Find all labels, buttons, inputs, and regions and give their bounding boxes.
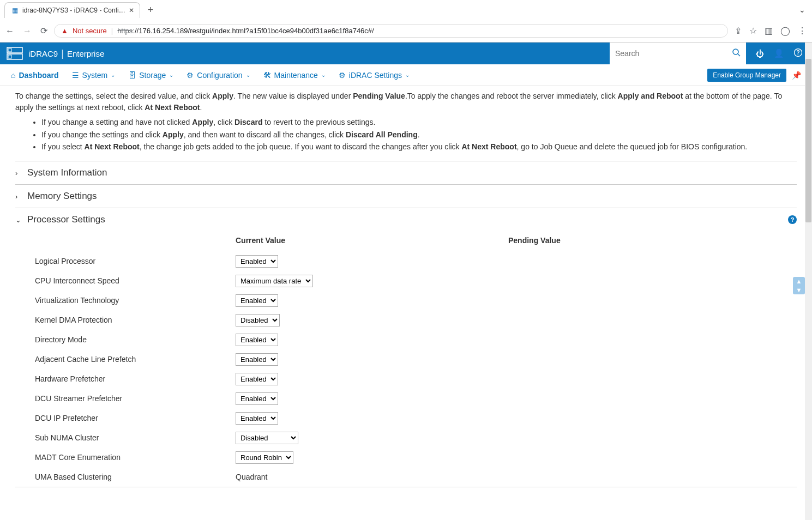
section-title: System Information — [27, 167, 107, 178]
nav-menu: ⌂ Dashboard ☰ System ⌄ 🗄 Storage ⌄ ⚙ Con… — [0, 64, 812, 86]
section-system-information: › System Information — [15, 161, 797, 184]
settings-row: DCU Streamer PrefetcherEnabled — [28, 389, 797, 408]
setting-select[interactable]: Enabled — [236, 294, 278, 307]
pin-icon[interactable]: 📌 — [792, 71, 801, 80]
sliders-icon: ⚙ — [187, 71, 194, 80]
panel-icon[interactable]: ▥ — [765, 26, 773, 36]
instruction-item: If you select At Next Reboot, the change… — [41, 141, 797, 153]
brand-left: iDRAC9 — [28, 49, 58, 58]
power-icon[interactable]: ⏻ — [756, 49, 764, 58]
svg-text:?: ? — [796, 50, 799, 56]
profile-icon[interactable]: ◯ — [780, 26, 790, 36]
setting-select[interactable]: Round Robin — [236, 451, 293, 464]
section-header-processor[interactable]: ⌄ Processor Settings ? — [15, 214, 797, 225]
instruction-item: If you change a setting and have not cli… — [41, 117, 797, 129]
setting-select[interactable]: Enabled — [236, 412, 278, 425]
nav-dashboard-label: Dashboard — [19, 71, 58, 80]
nav-configuration[interactable]: ⚙ Configuration ⌄ — [187, 71, 250, 80]
setting-select[interactable]: Disabled — [236, 432, 298, 444]
section-header-sysinfo[interactable]: › System Information — [15, 167, 797, 178]
nav-storage[interactable]: 🗄 Storage ⌄ — [128, 71, 173, 80]
setting-label: Hardware Prefetcher — [28, 374, 236, 383]
server-icon: ☰ — [72, 71, 79, 80]
nav-idrac-settings-label: iDRAC Settings — [349, 71, 402, 80]
instructions: To change the settings, select the desir… — [15, 90, 797, 153]
new-tab-button[interactable]: + — [143, 4, 158, 16]
setting-select[interactable]: Enabled — [236, 373, 278, 385]
url-text: https://176.16.254.189/restgui/index.htm… — [117, 27, 374, 35]
column-pending-value: Pending Value — [508, 236, 561, 245]
tab-overflow-button[interactable]: ⌄ — [799, 5, 805, 14]
help-icon[interactable]: ? — [794, 49, 802, 58]
chevron-down-icon: ⌄ — [169, 72, 173, 78]
section-help-icon[interactable]: ? — [788, 215, 797, 224]
scroll-up-icon[interactable]: ▲ — [793, 277, 805, 286]
section-title: Memory Settings — [27, 191, 97, 202]
home-icon: ⌂ — [11, 71, 15, 80]
settings-row: Adjacent Cache Line PrefetchEnabled — [28, 349, 797, 369]
nav-maintenance[interactable]: 🛠 Maintenance ⌄ — [263, 71, 326, 80]
chevron-right-icon: › — [15, 169, 23, 177]
header-search[interactable] — [610, 43, 746, 64]
gear-icon: ⚙ — [339, 71, 346, 80]
setting-select[interactable]: Enabled — [236, 392, 278, 405]
section-memory-settings: › Memory Settings — [15, 184, 797, 208]
user-icon[interactable]: 👤 — [774, 49, 784, 58]
search-input[interactable] — [615, 49, 732, 58]
brand-right: Enterprise — [67, 49, 104, 58]
settings-row: UMA Based ClusteringQuadrant — [28, 467, 797, 487]
scrollbar-track[interactable] — [805, 43, 812, 520]
nav-back-button[interactable]: ← — [5, 26, 14, 36]
setting-select[interactable]: Maximum data rate — [236, 275, 313, 287]
section-header-memory[interactable]: › Memory Settings — [15, 191, 797, 202]
search-icon[interactable] — [732, 49, 741, 58]
scroll-down-icon[interactable]: ▼ — [793, 286, 805, 294]
chevron-down-icon: ⌄ — [15, 216, 23, 224]
setting-label: UMA Based Clustering — [28, 473, 236, 481]
settings-row: Hardware PrefetcherEnabled — [28, 369, 797, 389]
wrench-icon: 🛠 — [263, 71, 271, 80]
setting-label: CPU Interconnect Speed — [28, 276, 236, 285]
setting-select[interactable]: Disabled — [236, 314, 280, 326]
setting-select[interactable]: Enabled — [236, 334, 278, 346]
address-bar-row: ← → ⟳ ▲ Not secure | https://176.16.254.… — [0, 20, 812, 42]
nav-reload-button[interactable]: ⟳ — [40, 26, 47, 36]
kebab-menu-icon[interactable]: ⋮ — [798, 26, 807, 36]
settings-row: Kernel DMA ProtectionDisabled — [28, 310, 797, 330]
settings-row: Logical ProcessorEnabled — [28, 251, 797, 271]
nav-storage-label: Storage — [139, 71, 166, 80]
tab-close-button[interactable]: ✕ — [129, 7, 134, 14]
settings-row: Sub NUMA ClusterDisabled — [28, 428, 797, 448]
bookmark-icon[interactable]: ☆ — [749, 26, 757, 36]
enable-group-manager-button[interactable]: Enable Group Manager — [707, 69, 786, 82]
scrollbar-thumb[interactable] — [805, 59, 811, 222]
nav-dashboard[interactable]: ⌂ Dashboard — [11, 71, 59, 80]
nav-configuration-label: Configuration — [197, 71, 242, 80]
browser-chrome: — ▢ ✕ ▦ idrac-8NQ7YS3 - iDRAC9 - Confi… … — [0, 0, 812, 43]
scroll-nav-widget[interactable]: ▲ ▼ — [793, 277, 805, 294]
nav-idrac-settings[interactable]: ⚙ iDRAC Settings ⌄ — [339, 71, 410, 80]
browser-tab[interactable]: ▦ idrac-8NQ7YS3 - iDRAC9 - Confi… ✕ — [4, 2, 140, 18]
setting-select[interactable]: Enabled — [236, 353, 278, 366]
section-title: Processor Settings — [27, 214, 105, 225]
warning-icon: ▲ — [61, 27, 68, 35]
setting-label: Sub NUMA Cluster — [28, 433, 236, 442]
share-icon[interactable]: ⇪ — [735, 26, 742, 36]
idrac-logo-icon — [7, 46, 23, 61]
nav-system[interactable]: ☰ System ⌄ — [72, 71, 116, 80]
setting-select[interactable]: Enabled — [236, 255, 278, 268]
svg-rect-2 — [8, 49, 11, 52]
setting-label: MADT Core Enumeration — [28, 453, 236, 462]
svg-line-5 — [738, 54, 740, 56]
address-bar[interactable]: ▲ Not secure | https://176.16.254.189/re… — [54, 24, 728, 38]
section-processor-settings: ⌄ Processor Settings ? Current Value Pen… — [15, 208, 797, 487]
storage-icon: 🗄 — [128, 71, 136, 80]
settings-row: DCU IP PrefetcherEnabled — [28, 408, 797, 428]
setting-label: Directory Mode — [28, 335, 236, 344]
not-secure-label: Not secure — [73, 27, 107, 35]
app-container: iDRAC9 | Enterprise ⏻ 👤 ? ⌂ — [0, 43, 812, 520]
content-area: To change the settings, select the desir… — [0, 86, 812, 520]
column-current-value: Current Value — [236, 236, 508, 245]
nav-maintenance-label: Maintenance — [274, 71, 318, 80]
nav-forward-button[interactable]: → — [23, 26, 32, 36]
